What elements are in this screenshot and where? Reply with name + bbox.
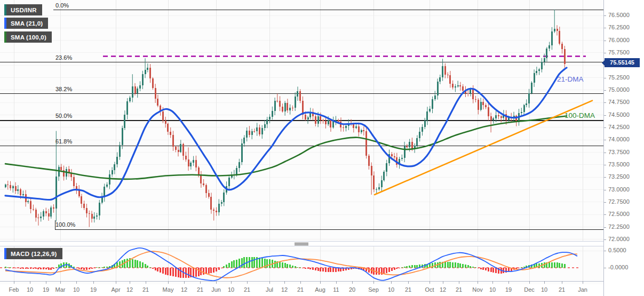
candle-body	[426, 111, 428, 121]
candle-body	[96, 215, 98, 217]
macd-histogram-bar	[411, 265, 413, 268]
macd-histogram-bar	[335, 268, 337, 272]
macd-histogram-bar	[480, 268, 482, 269]
symbol-badge[interactable]: USD/INR	[4, 4, 42, 15]
macd-histogram-bar	[518, 268, 520, 268]
candle-body	[305, 115, 306, 119]
candle-body	[190, 163, 192, 167]
candle-body	[345, 126, 347, 128]
candle-body	[162, 111, 164, 121]
candle-body	[259, 127, 260, 134]
macd-histogram-bar	[521, 267, 522, 268]
candle-body	[145, 70, 146, 75]
candle-body	[223, 193, 225, 202]
fib-label: 50.0%	[55, 113, 72, 119]
macd-histogram-bar	[233, 260, 235, 268]
price-tick-label: 72.7500	[608, 198, 630, 205]
macd-histogram-bar	[401, 267, 403, 268]
time-tick-label: 10	[388, 286, 394, 293]
macd-histogram-bar	[99, 267, 100, 268]
candle-body	[167, 124, 169, 132]
candle-body	[228, 178, 230, 186]
candle-body	[544, 58, 545, 62]
candle-body	[142, 74, 144, 85]
macd-histogram-bar	[328, 268, 329, 272]
candle-body	[376, 189, 377, 190]
price-tick-mark	[604, 227, 606, 228]
macd-histogram-bar	[91, 268, 93, 269]
price-tick-mark	[604, 28, 606, 28]
macd-badge[interactable]: MACD (12,26,9)	[4, 248, 62, 259]
candle-body	[338, 120, 339, 122]
time-tick-label: 10	[228, 286, 234, 293]
candle-body	[434, 95, 436, 99]
sma100-badge[interactable]: SMA (100,0)	[4, 31, 52, 43]
macd-histogram-bar	[7, 267, 9, 268]
macd-histogram-bar	[470, 266, 471, 268]
price-tick-label: 76.0000	[608, 37, 630, 43]
candle-body	[335, 120, 337, 121]
candle-body	[279, 101, 281, 107]
macd-histogram-bar	[55, 267, 57, 268]
candle-body	[564, 49, 566, 64]
macd-histogram-bar	[299, 267, 301, 268]
candle-body	[526, 103, 527, 105]
candle-body	[10, 185, 11, 188]
macd-histogram-bar	[388, 268, 390, 272]
price-tick-label: 75.2500	[608, 74, 630, 81]
macd-histogram-bar	[106, 267, 108, 268]
macd-histogram-bar	[35, 268, 37, 269]
candle-body	[475, 99, 476, 100]
sma21-badge[interactable]: SMA (21,0)	[4, 18, 48, 29]
macd-histogram-bar	[216, 268, 217, 271]
time-tick-label: 12	[126, 286, 133, 293]
time-axis[interactable]: Feb1019Mar1019Apr1221May1221Jun1021Jul12…	[0, 284, 644, 296]
macd-histogram-bar	[409, 266, 410, 268]
candle-body	[70, 173, 72, 177]
price-axis[interactable]: 75.55145 76.500076.250076.000075.750075.…	[603, 0, 644, 296]
candle-body	[175, 147, 177, 150]
candle-body	[81, 196, 82, 203]
candle-body	[531, 83, 532, 93]
candle-body	[37, 218, 39, 218]
candle-body	[452, 84, 454, 88]
macd-histogram-bar	[93, 268, 95, 268]
candle-body	[195, 160, 197, 167]
candle-body	[548, 45, 550, 49]
price-tick-label: 74.5000	[608, 111, 630, 118]
candle-body	[439, 77, 441, 82]
candle-body	[447, 75, 449, 75]
time-tick-label: 19	[90, 286, 97, 293]
plot-background	[0, 0, 603, 281]
candle-body	[261, 128, 263, 134]
candle-body	[149, 68, 151, 78]
candle-body	[437, 82, 439, 95]
candle-body	[541, 62, 543, 69]
candle-body	[490, 116, 492, 120]
macd-histogram-bar	[96, 267, 98, 268]
sma21-line-label: 21-DMA	[557, 75, 584, 83]
pane-resize-handle-icon[interactable]	[295, 242, 308, 246]
macd-histogram-bar	[452, 262, 454, 268]
macd-histogram-bar	[538, 263, 540, 268]
price-tick-mark	[604, 15, 606, 16]
candle-body	[449, 75, 451, 83]
price-tick-mark	[604, 140, 606, 140]
macd-histogram-bar	[33, 268, 34, 269]
candle-body	[243, 138, 245, 143]
pane-separator[interactable]	[0, 241, 603, 246]
candle-body	[470, 90, 471, 93]
price-tick-label: 72.2500	[608, 223, 630, 230]
macd-histogram-bar	[492, 268, 494, 273]
macd-histogram-bar	[175, 268, 177, 277]
price-tick-label: 73.0000	[608, 186, 630, 193]
macd-histogram-bar	[170, 268, 171, 276]
price-tick-label: -0.0000	[608, 264, 628, 270]
macd-histogram-bar	[226, 265, 227, 268]
macd-histogram-bar	[320, 268, 321, 271]
candle-body	[429, 109, 431, 111]
candle-body	[287, 103, 288, 110]
candle-body	[198, 167, 200, 175]
macd-histogram-bar	[315, 268, 316, 270]
candle-body	[556, 29, 558, 31]
